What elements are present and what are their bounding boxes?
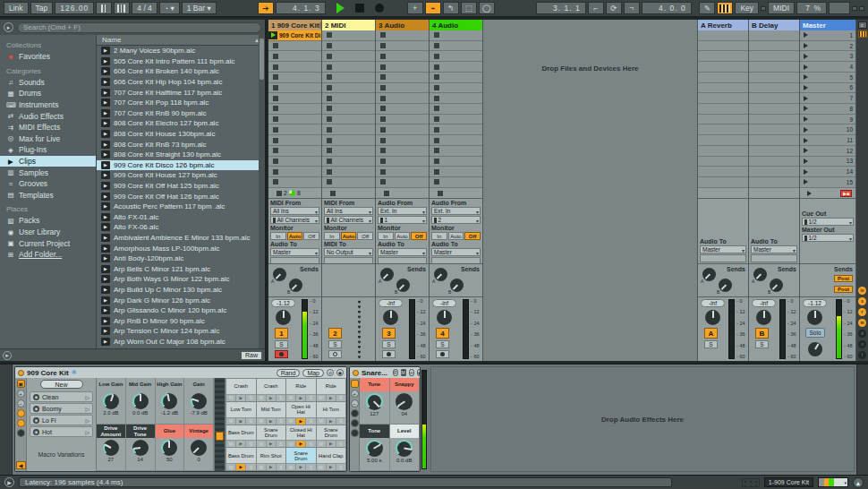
session-drop-area[interactable]: Drop Files and Devices Here <box>483 20 698 361</box>
drum-pad-ride[interactable]: RideM▶S <box>286 379 316 401</box>
clip-slot[interactable] <box>322 41 375 52</box>
solo-button[interactable]: S <box>382 340 396 348</box>
sidebar-item-drums[interactable]: ▦Drums <box>0 88 96 99</box>
scene-overview-icon[interactable]: ≡ <box>858 21 867 29</box>
nudge-down-icon[interactable] <box>96 2 112 14</box>
nudge-up-icon[interactable] <box>114 2 130 14</box>
clip-stop-button[interactable] <box>380 54 386 59</box>
clip-slot[interactable] <box>322 135 375 146</box>
sidebar-item-samples[interactable]: ▥Samples <box>0 167 96 178</box>
arm-button[interactable] <box>328 350 342 358</box>
cpu-meter[interactable]: 7 % <box>796 2 827 14</box>
file-row[interactable]: ▶606 Core Kit Broken 140 bpm.alc <box>97 66 265 77</box>
file-row[interactable]: ▶Arp Both Ways G Minor 122 bpm.alc <box>97 274 265 285</box>
clip-stop-button[interactable] <box>380 148 386 153</box>
pad-mute-button[interactable]: M <box>317 418 327 425</box>
input-channel-chooser[interactable]: All Channels▾ <box>324 216 373 224</box>
midi-keys-icon[interactable] <box>858 30 867 38</box>
pad-mute-button[interactable]: M <box>226 418 236 425</box>
drum-pad-crash[interactable]: CrashM▶S <box>226 379 256 401</box>
add-variation-button[interactable]: + <box>17 390 25 398</box>
clip-stop-button[interactable] <box>327 106 332 111</box>
drum-pad-snare-drum[interactable]: Snare DrumM▶S <box>286 448 316 470</box>
clip-slot[interactable] <box>322 157 375 167</box>
sidebar-item-grooves[interactable]: ≈Grooves <box>0 178 96 190</box>
clip-slot[interactable] <box>376 135 429 146</box>
clip-slot[interactable] <box>322 104 375 115</box>
macro-knob-mid-gain[interactable] <box>132 393 149 409</box>
pad-mute-button[interactable]: M <box>317 395 327 401</box>
drum-pad-open-hi-hat[interactable]: Open Hi HatM▶S <box>286 402 316 425</box>
drum-pad-bass-drum[interactable]: Bass DrumM▶S <box>226 448 256 470</box>
clip-stop-button[interactable] <box>327 54 332 59</box>
key-map-button[interactable]: Key <box>735 2 759 14</box>
clip-stop-button[interactable] <box>380 179 386 184</box>
pad-solo-button[interactable]: S <box>336 418 345 425</box>
macro-knob-tune[interactable] <box>366 393 383 410</box>
track-header[interactable]: A Reverb <box>698 20 748 30</box>
arm-button[interactable] <box>382 350 396 358</box>
variation-launch-icon[interactable]: ▷ <box>85 417 89 424</box>
back-to-arrangement-icon[interactable]: ↰ <box>443 2 459 14</box>
track-activator-button[interactable]: 3 <box>382 328 396 339</box>
clip-stop-button[interactable] <box>273 64 278 70</box>
session-record-icon[interactable]: ◯ <box>479 2 495 14</box>
sidebar-item-favorites[interactable]: ■Favorites <box>0 51 96 63</box>
send-b-pre-post-toggle[interactable]: Post <box>834 286 853 293</box>
clip-stop-button[interactable] <box>434 138 439 143</box>
clip-slot[interactable] <box>430 41 482 52</box>
preview-icon[interactable]: ▸ <box>3 351 12 360</box>
time-signature-field[interactable]: 4 / 4 <box>132 2 157 14</box>
pad-solo-button[interactable]: S <box>336 441 345 447</box>
remove-variation-button[interactable]: − <box>17 399 25 408</box>
scene-slot[interactable]: 15 <box>800 177 855 188</box>
variation-row-lo-fi[interactable]: ◉Lo Fi▷ <box>30 415 93 425</box>
quantize-value-menu[interactable]: 1 Bar ▾ <box>182 2 217 14</box>
device-fold-button[interactable]: ◀ <box>16 461 26 469</box>
new-variation-button[interactable]: New <box>40 380 83 389</box>
clip-stop-button[interactable] <box>327 138 332 143</box>
solo-button[interactable]: S <box>704 340 718 348</box>
track-activator-button[interactable]: A <box>704 328 718 339</box>
variation-row-boomy[interactable]: ◉Boomy▷ <box>30 403 93 414</box>
file-row[interactable]: ▶Arp Dark G Minor 126 bpm.alc <box>97 295 265 305</box>
clip-stop-button[interactable] <box>273 116 278 122</box>
key-zone-display[interactable]: ▾ <box>818 477 848 487</box>
clip-stop-button[interactable] <box>327 32 332 38</box>
volume-display[interactable]: -inf <box>701 299 725 307</box>
sidebar-item-plug-ins[interactable]: ◈Plug-Ins <box>0 144 96 156</box>
pan-knob[interactable] <box>383 310 398 325</box>
clip-slot[interactable] <box>322 83 375 94</box>
clip-stop-button[interactable] <box>327 64 332 70</box>
pad-mute-button[interactable]: M <box>317 441 327 447</box>
output-chooser[interactable]: Master▾ <box>378 248 427 256</box>
solo-button[interactable]: S <box>328 340 342 348</box>
file-row[interactable]: ▶Anti Body-120bpm.alc <box>97 253 265 264</box>
monitor-off-button[interactable]: Off <box>464 232 481 240</box>
mixer-toggle-x[interactable]: x <box>858 340 866 348</box>
output-chooser[interactable]: No Output▾ <box>324 248 373 256</box>
pad-mute-button[interactable]: M <box>286 441 296 447</box>
pad-mute-button[interactable]: M <box>286 395 296 401</box>
clip-slot[interactable] <box>268 135 321 146</box>
volume-display[interactable]: -inf <box>379 299 403 307</box>
clip-stop-button[interactable] <box>273 169 278 175</box>
variation-launch-icon[interactable]: ▷ <box>85 394 89 400</box>
output-chooser[interactable]: Master▾ <box>751 245 797 253</box>
scene-slot[interactable]: 10 <box>800 124 855 135</box>
pad-solo-button[interactable]: S <box>306 464 315 470</box>
macro-controls-toggle[interactable] <box>17 409 25 417</box>
clip-slot[interactable] <box>268 115 321 125</box>
send-b-knob[interactable] <box>719 279 732 292</box>
pad-play-button[interactable]: ▶ <box>236 464 246 470</box>
show-hide-detail-button[interactable]: ▲ <box>853 477 864 488</box>
clip-stop-button[interactable] <box>380 64 386 70</box>
clip-slot[interactable] <box>430 177 482 188</box>
drum-pad-low-tom[interactable]: Low TomM▶S <box>226 402 256 425</box>
pad-play-button[interactable]: ▶ <box>327 418 336 425</box>
clip-slot[interactable] <box>376 51 429 62</box>
clip-stop-button[interactable] <box>327 179 332 184</box>
snare-hot-swap-icon[interactable]: ⊘ <box>409 369 414 376</box>
computer-midi-keyboard-icon[interactable] <box>717 2 733 14</box>
pad-solo-button[interactable]: S <box>277 418 285 425</box>
